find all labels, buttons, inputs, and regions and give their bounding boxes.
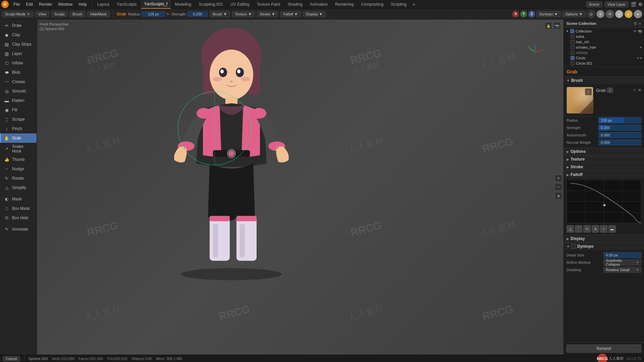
app-logo[interactable]: B (1, 1, 9, 8)
tool-fill[interactable]: ◉ Fill (0, 105, 37, 115)
normal-weight-slider[interactable]: 0.000 (598, 139, 641, 145)
render-preview-icon[interactable]: ● (634, 10, 642, 18)
tab-yansculpts-f[interactable]: YanSculpts_f (141, 0, 171, 9)
falloff-smooth-icon[interactable]: △ (567, 225, 574, 233)
viewport-lock-icon[interactable]: 🔒 (545, 22, 552, 29)
tool-blob[interactable]: ⬬ Blob (0, 68, 37, 77)
autosmooth-prop-slider[interactable]: 0.000 (598, 132, 641, 138)
sc-ctrledge[interactable]: ctrl/eds (564, 50, 644, 55)
tab-animation[interactable]: Animation (307, 0, 331, 9)
sculpt-btn[interactable]: Sculpt (51, 11, 68, 17)
view-layer-selector[interactable]: View Layer (604, 1, 629, 7)
tool-clay[interactable]: ◆ Clay (0, 30, 37, 40)
falloff-linear-icon[interactable]: / (600, 225, 607, 233)
zoom-out-btn[interactable]: − (555, 183, 562, 191)
tab-scripting[interactable]: Scripting (387, 0, 410, 9)
tool-crease[interactable]: 〰 Crease (0, 77, 37, 86)
falloff-sphere-icon[interactable]: ⌒ (575, 225, 582, 233)
cancel-button[interactable]: Cancel (3, 356, 20, 361)
tool-rotate[interactable]: ↻ Rotate (0, 174, 37, 183)
tab-sculpting001[interactable]: Sculpting 001 (195, 0, 226, 9)
stroke-section-header[interactable]: ▶ Stroke (564, 163, 644, 171)
menu-help[interactable]: Help (76, 1, 90, 7)
falloff-root-icon[interactable]: ∿ (583, 225, 591, 233)
brush-del-icon[interactable]: ✕ (638, 88, 641, 93)
hide-mask-btn[interactable]: HideMask (87, 11, 110, 17)
axes-y[interactable]: Y (520, 11, 527, 17)
texture-dropdown[interactable]: Texture▼ (232, 11, 255, 17)
radius-input[interactable]: 128 px (142, 11, 165, 17)
tab-yansculpts[interactable]: YanSculpts (113, 0, 140, 9)
menu-render[interactable]: Render (36, 1, 55, 7)
brush-dropdown[interactable]: Brush▼ (210, 11, 230, 17)
tab-texture[interactable]: Texture Paint (254, 0, 284, 9)
dyntopo-section-header[interactable]: ▼ Dyntopo (564, 243, 644, 250)
menu-window[interactable]: Window (55, 1, 75, 7)
display-dropdown[interactable]: Display▼ (303, 11, 326, 17)
tool-thumb[interactable]: 👍 Thumb (0, 155, 37, 164)
texture-section-header[interactable]: ▶ Texture (564, 156, 644, 163)
tool-draw[interactable]: ✏ Draw (0, 21, 37, 30)
axes-x[interactable]: X (512, 11, 519, 17)
sc-extra[interactable]: extra (564, 34, 644, 39)
sc-hair-ctrl[interactable]: hair_ctrl (564, 39, 644, 45)
tool-nudge[interactable]: ↔ Nudge (0, 164, 37, 174)
display-section-header[interactable]: ▶ Display (564, 235, 644, 242)
falloff-constant-icon[interactable]: ▬ (608, 225, 616, 233)
dyntopo-checkbox[interactable] (571, 244, 576, 249)
tool-simplify[interactable]: △ Simplify (0, 183, 37, 192)
viewport-cam-icon[interactable]: 📷 (553, 22, 561, 29)
tool-smooth[interactable]: ◎ Smooth (0, 86, 37, 96)
axes-z[interactable]: Z (528, 11, 535, 17)
solid-icon[interactable]: ● (615, 10, 623, 18)
tab-rendering[interactable]: Rendering (332, 0, 357, 9)
tool-mask[interactable]: ◐ Mask (0, 194, 37, 204)
tool-grab[interactable]: ✋ Grab (0, 133, 37, 143)
falloff-dropdown[interactable]: Falloff▼ (280, 11, 301, 17)
brush-fav-icon[interactable]: ☆ (633, 88, 637, 93)
tool-box-mask[interactable]: □ Box Mask (0, 204, 37, 213)
wireframe-icon[interactable]: ⊕ (606, 10, 614, 18)
stroke-dropdown[interactable]: Stroke▼ (257, 11, 278, 17)
detailing-select[interactable]: Relative Detail ▼ (603, 267, 641, 273)
tool-layer[interactable]: ▥ Layer (0, 49, 37, 58)
remesh-btn[interactable]: Remesh (567, 345, 641, 353)
brush-section-header[interactable]: ▼ Brush (564, 77, 644, 84)
refine-method-select[interactable]: Subdivide Collapse ▼ (603, 259, 641, 265)
shading-icon[interactable]: ● (596, 10, 604, 18)
scene-selector[interactable]: Scene (586, 1, 602, 7)
tool-box-hide[interactable]: ⊡ Box Hide (0, 213, 37, 223)
add-workspace-btn[interactable]: + (411, 1, 417, 8)
add-collection-btn[interactable]: + (639, 21, 641, 26)
tab-shading[interactable]: Shading (284, 0, 306, 9)
menu-file[interactable]: File (11, 1, 22, 7)
dyntopo-btn[interactable]: Dyntopo ▼ (536, 11, 561, 17)
viewport[interactable]: RRCG人人素材 人人素材RRCG RRCG人人素材 人人素材 人人素材 RRC… (37, 19, 564, 355)
options-section-header[interactable]: ▶ Options (564, 148, 644, 155)
radius-prop-slider[interactable]: 128 px (598, 117, 641, 123)
sc-ochako-hair[interactable]: ochako_hair ✦ (564, 45, 644, 50)
material-icon[interactable]: ◗ (625, 10, 633, 18)
menu-edit[interactable]: Edit (23, 1, 36, 7)
detail-size-input[interactable]: 4.00 px (603, 252, 641, 258)
falloff-sharp-icon[interactable]: ∧ (592, 225, 599, 233)
sculpt-mode-btn[interactable]: Sculpt Mode ▼ (2, 11, 33, 17)
brush-menu-btn[interactable]: Brush (69, 11, 85, 17)
view-btn[interactable]: View (35, 11, 49, 17)
strength-prop-slider[interactable]: 0.200 (598, 125, 641, 131)
tab-modeling[interactable]: Modeling (171, 0, 195, 9)
falloff-section-header[interactable]: ▶ Falloff (564, 171, 644, 178)
tool-annotate[interactable]: ✎ Annotate (0, 225, 37, 234)
filter-icon[interactable]: ⚙ (634, 21, 637, 26)
tab-layout[interactable]: Layout (94, 0, 113, 9)
tab-uv[interactable]: UV Editing (227, 0, 253, 9)
sc-circle[interactable]: Circle ✦✦ (564, 55, 644, 61)
tool-flatten[interactable]: ▬ Flatten (0, 96, 37, 105)
settings-icon[interactable]: ⚙ (638, 2, 643, 7)
pan-btn[interactable]: ⊕ (555, 192, 562, 199)
sc-collection[interactable]: ▼ Collection 👁 📷 (564, 28, 644, 34)
overlay-circle-icon[interactable]: ◎ (587, 10, 595, 18)
tool-inflate[interactable]: ⬡ Inflate (0, 58, 37, 68)
brush-preview-image[interactable]: / (567, 87, 593, 114)
tool-pinch[interactable]: ↕ Pinch (0, 124, 37, 133)
